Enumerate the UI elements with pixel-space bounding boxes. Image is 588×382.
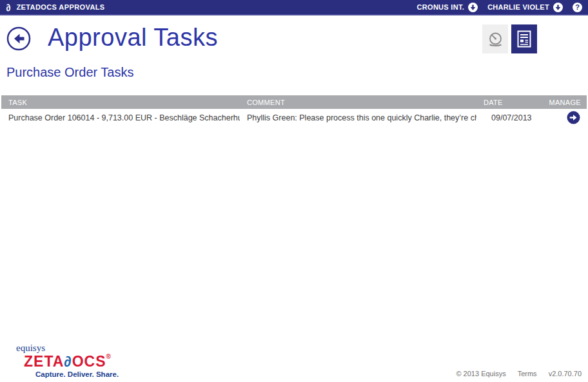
brand-tagline: Capture. Deliver. Share. — [35, 370, 119, 378]
tasks-list-button[interactable] — [511, 24, 537, 53]
help-button[interactable]: ? — [573, 3, 582, 12]
equisys-logo-text: equisys — [16, 343, 119, 354]
purchase-order-task-table: TASK COMMENT DATE MANAGE Purchase Order … — [1, 95, 587, 126]
zetadocs-wordmark: ZETA∂OCS® — [24, 354, 119, 369]
task-cell: Purchase Order 106014 - 9,713.00 EUR - B… — [1, 113, 240, 122]
zetadocs-brand-logo: equisys ZETA∂OCS® Capture. Deliver. Shar… — [16, 343, 119, 378]
column-header-manage: MANAGE — [538, 99, 587, 106]
comment-cell: Phyllis Green: Please process this one q… — [240, 113, 476, 122]
top-bar-branding: ∂ ZETADOCS APPROVALS — [6, 2, 105, 13]
zetadocs-swirl-icon: ∂ — [64, 353, 72, 370]
version-label: v2.0.70.70 — [549, 370, 582, 377]
wordmark-ocs: OCS — [72, 353, 106, 370]
manage-cell — [538, 111, 587, 124]
section-title: Purchase Order Tasks — [6, 65, 134, 80]
date-cell: 09/07/2013 — [476, 113, 538, 122]
back-arrow-icon — [6, 26, 31, 51]
copyright-text: © 2013 Equisys — [456, 370, 505, 377]
wordmark-zeta: ZETA — [24, 353, 64, 370]
registered-trademark-symbol: ® — [106, 353, 112, 360]
footer-meta: © 2013 Equisys Terms v2.0.70.70 — [456, 370, 582, 377]
column-header-task: TASK — [1, 99, 240, 106]
company-selector[interactable]: CRONUS INT. — [417, 3, 478, 12]
gauge-icon — [487, 32, 504, 47]
chevron-down-icon — [553, 3, 563, 12]
manage-task-button[interactable] — [567, 111, 580, 124]
column-header-comment: COMMENT — [240, 99, 476, 106]
back-button[interactable] — [6, 26, 31, 51]
top-bar-controls: CRONUS INT. CHARLIE VIOLET ? — [417, 3, 582, 12]
question-mark-icon: ? — [575, 3, 580, 11]
zetadocs-swirl-icon: ∂ — [5, 1, 12, 13]
table-row: Purchase Order 106014 - 9,713.00 EUR - B… — [1, 109, 587, 126]
page-title: Approval Tasks — [48, 24, 218, 52]
column-header-date: DATE — [476, 99, 538, 106]
terms-link[interactable]: Terms — [518, 370, 537, 377]
dashboard-button[interactable] — [482, 24, 508, 53]
arrow-right-icon — [567, 111, 580, 124]
app-title: ZETADOCS APPROVALS — [16, 3, 104, 11]
header-actions — [482, 24, 537, 53]
user-selector[interactable]: CHARLIE VIOLET — [487, 3, 563, 12]
top-bar: ∂ ZETADOCS APPROVALS CRONUS INT. CHARLIE… — [0, 0, 588, 15]
user-selector-label: CHARLIE VIOLET — [487, 3, 549, 11]
task-list-icon — [517, 30, 531, 48]
table-header-row: TASK COMMENT DATE MANAGE — [1, 95, 587, 109]
company-selector-label: CRONUS INT. — [417, 3, 465, 11]
chevron-down-icon — [468, 3, 478, 12]
